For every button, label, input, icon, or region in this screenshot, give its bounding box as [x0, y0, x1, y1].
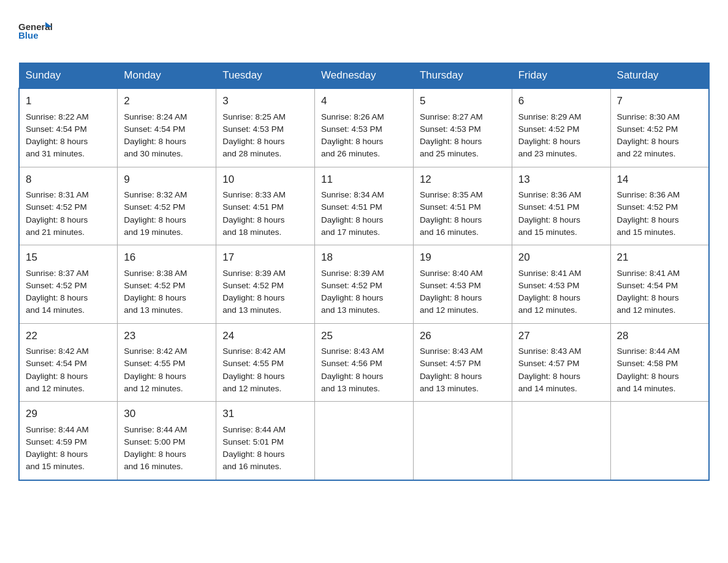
calendar-cell: 18Sunrise: 8:39 AMSunset: 4:52 PMDayligh…	[315, 245, 414, 324]
day-info-line: Daylight: 8 hours	[518, 214, 604, 226]
day-number: 1	[26, 93, 111, 109]
calendar-cell: 3Sunrise: 8:25 AMSunset: 4:53 PMDaylight…	[216, 88, 315, 167]
day-info-line: and 12 minutes.	[518, 304, 604, 316]
day-number: 13	[518, 172, 604, 188]
calendar-cell: 31Sunrise: 8:44 AMSunset: 5:01 PMDayligh…	[216, 402, 315, 480]
day-number: 24	[222, 328, 308, 344]
day-info-line: and 13 minutes.	[321, 383, 407, 395]
day-info-line: Sunset: 4:57 PM	[518, 358, 604, 370]
day-info-line: Sunset: 5:00 PM	[124, 436, 210, 448]
day-number: 29	[26, 406, 111, 422]
page: General Blue SundayMondayTuesdayWednesda…	[0, 0, 728, 499]
day-info-line: Sunset: 4:55 PM	[222, 358, 308, 370]
day-info-line: Daylight: 8 hours	[26, 214, 111, 226]
calendar-cell: 21Sunrise: 8:41 AMSunset: 4:54 PMDayligh…	[610, 245, 709, 324]
day-info-line: and 15 minutes.	[617, 226, 702, 239]
day-info-line: Sunset: 4:53 PM	[518, 280, 604, 292]
day-info-line: Sunrise: 8:43 AM	[518, 345, 604, 358]
day-number: 18	[321, 250, 407, 266]
day-info-line: Daylight: 8 hours	[26, 292, 111, 304]
calendar-cell: 6Sunrise: 8:29 AMSunset: 4:52 PMDaylight…	[512, 88, 610, 167]
week-row-5: 29Sunrise: 8:44 AMSunset: 4:59 PMDayligh…	[19, 402, 709, 480]
col-header-monday: Monday	[118, 63, 216, 89]
day-info-line: and 13 minutes.	[321, 304, 407, 316]
col-header-saturday: Saturday	[610, 63, 709, 89]
day-info-line: Sunset: 4:52 PM	[518, 123, 604, 136]
header: General Blue	[18, 12, 710, 52]
day-info-line: Daylight: 8 hours	[124, 292, 210, 304]
logo-area: General Blue	[18, 12, 55, 52]
day-info-line: and 22 minutes.	[617, 148, 702, 160]
day-info-line: Daylight: 8 hours	[617, 136, 702, 148]
col-header-tuesday: Tuesday	[216, 63, 315, 89]
day-info-line: Sunset: 4:53 PM	[420, 280, 506, 292]
day-info-line: Daylight: 8 hours	[222, 136, 308, 148]
day-info-line: Daylight: 8 hours	[420, 214, 506, 226]
day-info-line: and 14 minutes.	[26, 304, 111, 316]
calendar-cell: 5Sunrise: 8:27 AMSunset: 4:53 PMDaylight…	[413, 88, 512, 167]
day-number: 7	[617, 93, 702, 109]
day-number: 8	[26, 172, 111, 188]
day-number: 26	[420, 328, 506, 344]
col-header-wednesday: Wednesday	[315, 63, 414, 89]
day-info-line: Daylight: 8 hours	[420, 370, 506, 383]
calendar-cell	[315, 402, 414, 480]
calendar-cell: 1Sunrise: 8:22 AMSunset: 4:54 PMDaylight…	[19, 88, 118, 167]
day-info-line: Sunrise: 8:41 AM	[617, 267, 702, 280]
day-info-line: and 23 minutes.	[518, 148, 604, 160]
day-info-line: Sunset: 4:51 PM	[518, 201, 604, 213]
day-number: 3	[222, 93, 308, 109]
week-row-4: 22Sunrise: 8:42 AMSunset: 4:54 PMDayligh…	[19, 323, 709, 402]
day-info-line: and 19 minutes.	[124, 226, 210, 239]
day-number: 30	[124, 406, 210, 422]
day-info-line: and 12 minutes.	[617, 304, 702, 316]
day-info-line: and 26 minutes.	[321, 148, 407, 160]
calendar-cell: 10Sunrise: 8:33 AMSunset: 4:51 PMDayligh…	[216, 167, 315, 245]
day-info-line: Sunset: 4:52 PM	[321, 280, 407, 292]
day-number: 19	[420, 250, 506, 266]
calendar-cell: 14Sunrise: 8:36 AMSunset: 4:52 PMDayligh…	[610, 167, 709, 245]
day-number: 14	[617, 172, 702, 188]
day-info-line: Sunrise: 8:39 AM	[222, 267, 308, 280]
day-info-line: Daylight: 8 hours	[26, 136, 111, 148]
day-info-line: and 13 minutes.	[222, 304, 308, 316]
day-info-line: Daylight: 8 hours	[321, 214, 407, 226]
day-info-line: Sunrise: 8:36 AM	[518, 189, 604, 201]
day-number: 22	[26, 328, 111, 344]
calendar-cell: 30Sunrise: 8:44 AMSunset: 5:00 PMDayligh…	[118, 402, 216, 480]
day-info-line: Daylight: 8 hours	[420, 136, 506, 148]
day-info-line: Daylight: 8 hours	[124, 448, 210, 461]
day-info-line: Sunset: 4:51 PM	[420, 201, 506, 213]
day-info-line: Sunrise: 8:33 AM	[222, 189, 308, 201]
day-info-line: Sunset: 4:52 PM	[124, 280, 210, 292]
calendar-cell: 29Sunrise: 8:44 AMSunset: 4:59 PMDayligh…	[19, 402, 118, 480]
day-info-line: Daylight: 8 hours	[124, 370, 210, 383]
day-info-line: Sunrise: 8:31 AM	[26, 189, 111, 201]
day-number: 9	[124, 172, 210, 188]
day-info-line: Sunrise: 8:41 AM	[518, 267, 604, 280]
day-info-line: and 12 minutes.	[420, 304, 506, 316]
day-info-line: Sunrise: 8:40 AM	[420, 267, 506, 280]
calendar-cell: 24Sunrise: 8:42 AMSunset: 4:55 PMDayligh…	[216, 323, 315, 402]
day-number: 27	[518, 328, 604, 344]
day-info-line: and 16 minutes.	[420, 226, 506, 239]
calendar-cell: 23Sunrise: 8:42 AMSunset: 4:55 PMDayligh…	[118, 323, 216, 402]
day-number: 15	[26, 250, 111, 266]
day-info-line: Sunset: 4:54 PM	[26, 123, 111, 136]
day-info-line: and 21 minutes.	[26, 226, 111, 239]
day-info-line: Sunrise: 8:29 AM	[518, 111, 604, 123]
calendar-cell: 25Sunrise: 8:43 AMSunset: 4:56 PMDayligh…	[315, 323, 414, 402]
day-info-line: Sunrise: 8:39 AM	[321, 267, 407, 280]
day-info-line: Sunrise: 8:42 AM	[26, 345, 111, 358]
day-number: 2	[124, 93, 210, 109]
day-info-line: and 31 minutes.	[26, 148, 111, 160]
day-info-line: Daylight: 8 hours	[321, 292, 407, 304]
day-info-line: Sunrise: 8:44 AM	[617, 345, 702, 358]
day-info-line: Sunrise: 8:44 AM	[124, 424, 210, 436]
day-info-line: Sunrise: 8:43 AM	[321, 345, 407, 358]
calendar-cell: 22Sunrise: 8:42 AMSunset: 4:54 PMDayligh…	[19, 323, 118, 402]
day-info-line: Daylight: 8 hours	[617, 292, 702, 304]
day-info-line: and 12 minutes.	[124, 383, 210, 395]
week-row-2: 8Sunrise: 8:31 AMSunset: 4:52 PMDaylight…	[19, 167, 709, 245]
day-info-line: and 14 minutes.	[617, 383, 702, 395]
